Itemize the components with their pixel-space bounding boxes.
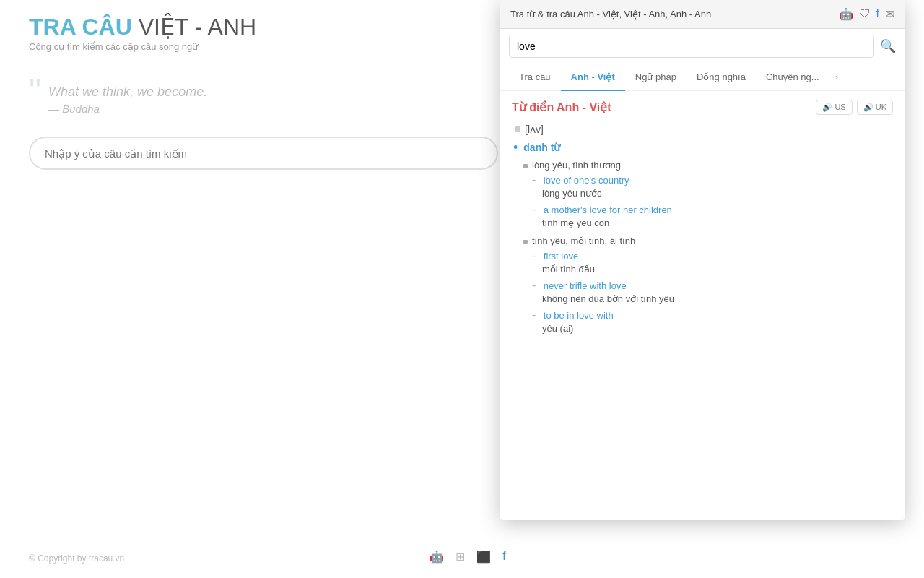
dictionary-popup: Tra từ & tra câu Anh - Việt, Việt - Anh,… bbox=[500, 0, 905, 520]
phonetic-row: [lʌv] bbox=[512, 124, 893, 135]
popup-content: Từ điển Anh - Việt 🔊 US 🔊 UK [lʌv] • dan… bbox=[500, 91, 905, 520]
popup-tabs: Tra câu Anh - Việt Ngữ pháp Đồng nghĩa C… bbox=[500, 64, 905, 91]
example-link-2-1[interactable]: first love bbox=[544, 251, 578, 262]
example-link-1-2[interactable]: a mother's love for her children bbox=[544, 204, 672, 215]
dict-title: Từ điển Anh - Việt bbox=[512, 100, 611, 114]
dash-5: - bbox=[532, 309, 536, 321]
popup-search-row: 🔍 bbox=[500, 29, 905, 64]
meaning-text-1: lòng yêu, tình thương bbox=[532, 160, 621, 171]
dict-header: Từ điển Anh - Việt 🔊 US 🔊 UK bbox=[512, 100, 893, 115]
example-translation-2-2: không nên đùa bỡn với tình yêu bbox=[532, 293, 893, 304]
example-translation-2-1: mối tình đầu bbox=[532, 264, 893, 275]
example-link-2-2[interactable]: never trifle with love bbox=[544, 280, 627, 291]
tab-dong-nghia[interactable]: Đồng nghĩa bbox=[687, 64, 756, 91]
bb-icon: ⬛ bbox=[476, 550, 491, 564]
meaning-bullet-2 bbox=[523, 240, 528, 244]
example-group-1: - love of one's country lòng yêu nước - … bbox=[512, 173, 893, 228]
android-header-icon[interactable]: 🤖 bbox=[839, 7, 853, 21]
popup-header-icons: 🤖 🛡 f ✉ bbox=[833, 7, 894, 21]
example-group-2: - first love mối tình đầu - never trifle… bbox=[512, 249, 893, 334]
quote-author: — Buddha bbox=[48, 103, 207, 115]
dash-2: - bbox=[532, 203, 536, 215]
pos-label: danh từ bbox=[523, 142, 560, 153]
quote-block: What we think, we become. — Buddha bbox=[48, 74, 207, 115]
quote-mark: " bbox=[29, 74, 41, 108]
audio-buttons: 🔊 US 🔊 UK bbox=[816, 100, 893, 115]
meaning-bullet-1 bbox=[523, 164, 528, 168]
meaning-text-2: tình yêu, mối tình, ái tình bbox=[532, 236, 635, 246]
tab-anh-viet[interactable]: Anh - Việt bbox=[561, 64, 625, 91]
popup-header: Tra từ & tra câu Anh - Việt, Việt - Anh,… bbox=[500, 0, 905, 29]
facebook-icon: f bbox=[502, 550, 505, 564]
meaning-2: tình yêu, mối tình, ái tình bbox=[512, 234, 893, 248]
title-highlight: TRA CÂU bbox=[29, 14, 132, 40]
example-1-1: - love of one's country bbox=[532, 173, 893, 186]
site-title-main: TRA CÂU VIỆT - ANH bbox=[29, 14, 256, 40]
example-2-3: - to be in love with bbox=[532, 309, 893, 322]
audio-uk-button[interactable]: 🔊 UK bbox=[857, 100, 893, 115]
example-translation-1-2: tình mẹ yêu con bbox=[532, 217, 893, 228]
site-title: TRA CÂU VIỆT - ANH Công cụ tìm kiếm các … bbox=[29, 14, 256, 52]
tab-tra-cau[interactable]: Tra câu bbox=[509, 64, 561, 91]
tab-chuyen-nganh[interactable]: Chuyên ng... bbox=[756, 64, 829, 91]
mail-header-icon[interactable]: ✉ bbox=[885, 7, 894, 21]
popup-search-input[interactable] bbox=[509, 35, 874, 58]
dash-3: - bbox=[532, 249, 536, 262]
example-1-2: - a mother's love for her children bbox=[532, 203, 893, 216]
copyright: © Copyright by tracau.vn bbox=[29, 553, 124, 564]
example-2-1: - first love bbox=[532, 249, 893, 262]
dash-1: - bbox=[532, 173, 536, 186]
main-search-input[interactable] bbox=[29, 137, 498, 170]
dash-4: - bbox=[532, 279, 536, 291]
example-translation-1-1: lòng yêu nước bbox=[532, 188, 893, 199]
example-link-1-1[interactable]: love of one's country bbox=[544, 175, 629, 186]
phonetic-text: [lʌv] bbox=[525, 124, 544, 135]
windows-icon: ⊞ bbox=[456, 550, 465, 564]
pos-row-danh-tu: • danh từ bbox=[512, 141, 893, 154]
title-normal: VIỆT - ANH bbox=[139, 14, 256, 40]
quote-text: What we think, we become. bbox=[48, 85, 207, 100]
meaning-1: lòng yêu, tình thương bbox=[512, 158, 893, 172]
popup-search-button[interactable]: 🔍 bbox=[880, 38, 896, 54]
tab-ngu-phap[interactable]: Ngữ pháp bbox=[625, 64, 687, 91]
example-translation-2-3: yêu (ai) bbox=[532, 323, 893, 334]
audio-us-button[interactable]: 🔊 US bbox=[816, 100, 852, 115]
example-2-2: - never trifle with love bbox=[532, 279, 893, 292]
fb-header-icon[interactable]: f bbox=[876, 7, 879, 21]
tab-more-icon[interactable]: › bbox=[829, 64, 844, 90]
phonetic-bullet bbox=[515, 126, 520, 132]
android-icon: 🤖 bbox=[430, 550, 444, 564]
site-subtitle: Công cụ tìm kiếm các cặp câu song ngữ bbox=[29, 41, 256, 52]
popup-title: Tra từ & tra câu Anh - Việt, Việt - Anh,… bbox=[510, 9, 711, 20]
pos-bullet: • bbox=[513, 141, 518, 154]
example-link-2-3[interactable]: to be in love with bbox=[544, 310, 614, 321]
shield-header-icon[interactable]: 🛡 bbox=[859, 7, 871, 21]
footer-icons: 🤖 ⊞ ⬛ f bbox=[418, 550, 505, 564]
